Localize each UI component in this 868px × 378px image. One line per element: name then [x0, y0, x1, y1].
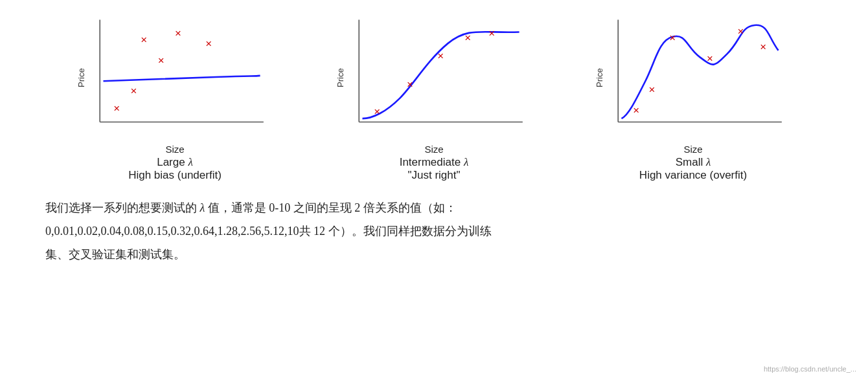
- chart-intermediate-area: Price × × × × ×: [337, 13, 531, 142]
- text-line3: 集、交叉验证集和测试集。: [45, 248, 185, 261]
- chart-intermediate-x-label: Size: [424, 144, 443, 155]
- chart-small-svg: × × × × × ×: [596, 13, 790, 142]
- svg-text:×: ×: [113, 102, 120, 115]
- svg-text:×: ×: [633, 104, 639, 117]
- chart-small-title: Small λ: [676, 156, 711, 169]
- svg-text:×: ×: [464, 32, 471, 44]
- chart-large-area: Price × × × × × ×: [78, 13, 272, 142]
- svg-text:×: ×: [669, 32, 676, 44]
- chart-small-x-label: Size: [683, 144, 702, 155]
- text-line2: 0,0.01,0.02,0.04,0.08,0.15,0.32,0.64,1.2…: [45, 225, 492, 238]
- chart-intermediate-subtitle: "Just right": [407, 169, 460, 182]
- svg-text:×: ×: [707, 52, 713, 65]
- charts-row: Price × × × × × × Size Large λ High bias: [58, 13, 810, 182]
- svg-text:×: ×: [205, 38, 212, 50]
- chart-large-subtitle: High bias (underfit): [128, 169, 222, 182]
- svg-text:×: ×: [488, 27, 495, 39]
- text-paragraph: 我们选择一系列的想要测试的 λ 值，通常是 0-10 之间的呈现 2 倍关系的值…: [45, 196, 823, 266]
- chart-large-lambda: Price × × × × × × Size Large λ High bias: [58, 13, 291, 182]
- svg-text:×: ×: [131, 85, 137, 97]
- chart-large-x-label: Size: [165, 144, 184, 155]
- chart-large-y-label: Price: [76, 39, 86, 117]
- svg-text:×: ×: [374, 106, 380, 118]
- svg-text:×: ×: [158, 54, 165, 67]
- chart-small-subtitle: High variance (overfit): [639, 169, 747, 182]
- svg-text:×: ×: [737, 25, 744, 38]
- svg-text:×: ×: [437, 50, 444, 62]
- chart-intermediate-lambda: Price × × × × × Size Intermediate λ "Jus…: [317, 13, 551, 182]
- svg-text:×: ×: [407, 78, 413, 91]
- chart-intermediate-y-label: Price: [336, 39, 345, 117]
- svg-text:×: ×: [649, 83, 656, 96]
- chart-large-title: Large λ: [157, 156, 193, 169]
- svg-text:×: ×: [760, 41, 766, 53]
- chart-intermediate-title: Intermediate λ: [400, 156, 469, 169]
- chart-intermediate-svg: × × × × ×: [337, 13, 531, 142]
- chart-small-lambda: Price × × × × × × Size Small λ High vari…: [577, 13, 810, 182]
- chart-small-y-label: Price: [595, 39, 604, 117]
- svg-text:×: ×: [141, 34, 147, 46]
- watermark: https://blog.csdn.net/uncle_...: [764, 365, 856, 373]
- svg-text:×: ×: [175, 27, 181, 39]
- chart-large-svg: × × × × × ×: [78, 13, 272, 142]
- chart-small-area: Price × × × × × ×: [596, 13, 790, 142]
- text-line1: 我们选择一系列的想要测试的 λ 值，通常是 0-10 之间的呈现 2 倍关系的值…: [45, 201, 457, 214]
